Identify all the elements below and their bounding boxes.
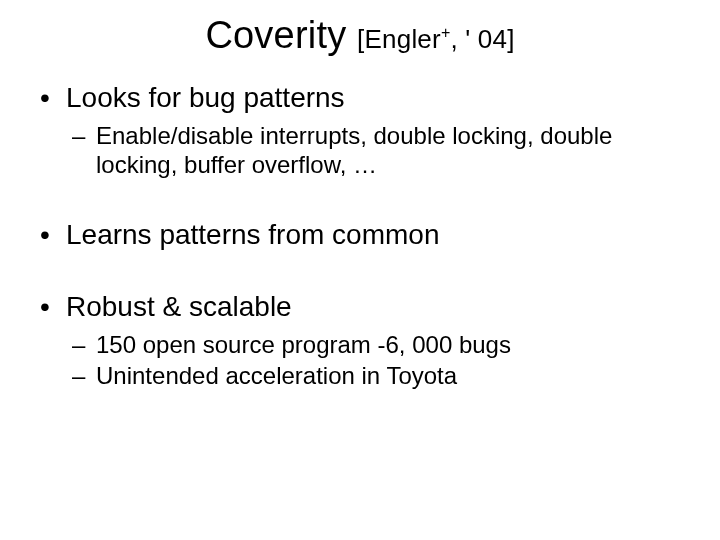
bullet-text: Enable/disable interrupts, double lockin… bbox=[96, 122, 612, 178]
bullet-list-level2: Enable/disable interrupts, double lockin… bbox=[66, 121, 686, 180]
slide-title: Coverity [Engler+, ' 04] bbox=[0, 0, 720, 67]
slide-body: Looks for bug patterns Enable/disable in… bbox=[0, 67, 720, 391]
list-item: Robust & scalable 150 open source progra… bbox=[34, 290, 686, 391]
bullet-text: Learns patterns from common bbox=[66, 219, 440, 250]
bullet-text: Unintended acceleration in Toyota bbox=[96, 362, 457, 389]
title-citation: [Engler+, ' 04] bbox=[357, 24, 515, 54]
list-item: Looks for bug patterns Enable/disable in… bbox=[34, 81, 686, 180]
list-item: Enable/disable interrupts, double lockin… bbox=[66, 121, 686, 180]
bullet-text: 150 open source program -6, 000 bugs bbox=[96, 331, 511, 358]
bullet-list-level2: 150 open source program -6, 000 bugs Uni… bbox=[66, 330, 686, 391]
list-item: Unintended acceleration in Toyota bbox=[66, 361, 686, 390]
bullet-list-level1: Looks for bug patterns Enable/disable in… bbox=[34, 81, 686, 391]
bullet-text: Looks for bug patterns bbox=[66, 82, 345, 113]
bullet-text: Robust & scalable bbox=[66, 291, 292, 322]
title-main: Coverity bbox=[205, 14, 346, 56]
list-item: Learns patterns from common bbox=[34, 218, 686, 252]
list-item: 150 open source program -6, 000 bugs bbox=[66, 330, 686, 359]
